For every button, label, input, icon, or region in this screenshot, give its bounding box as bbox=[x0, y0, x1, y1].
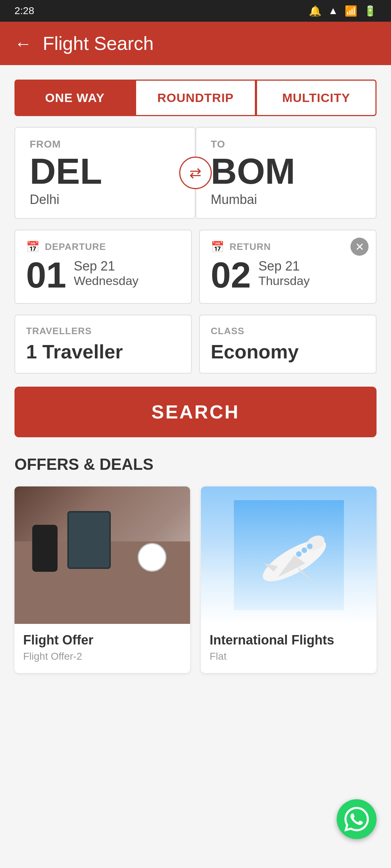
plane-svg-icon bbox=[219, 500, 359, 610]
return-label: 📅 RETURN bbox=[211, 241, 365, 253]
svg-point-6 bbox=[296, 551, 301, 557]
wifi-icon: ▲ bbox=[328, 5, 338, 17]
return-weekday: Thursday bbox=[258, 274, 310, 288]
status-icons: 🔔 ▲ 📶 🔋 bbox=[309, 5, 377, 17]
from-label: FROM bbox=[30, 139, 184, 150]
trip-type-selector: ONE WAY ROUNDTRIP MULTICITY bbox=[14, 80, 377, 116]
departure-month: Sep 21 bbox=[74, 259, 139, 274]
offer-name-1: Flight Offer bbox=[23, 633, 181, 648]
swap-icon: ⇄ bbox=[189, 165, 202, 181]
offer-image-2 bbox=[201, 486, 377, 624]
departure-weekday: Wednesday bbox=[74, 274, 139, 288]
offer-info-2: International Flights Flat bbox=[201, 624, 377, 673]
page-title: Flight Search bbox=[43, 33, 154, 54]
offer-info-1: Flight Offer Flight Offer-2 bbox=[14, 624, 190, 673]
offer-card-1[interactable]: Flight Offer Flight Offer-2 bbox=[14, 486, 190, 673]
departure-label: 📅 DEPARTURE bbox=[26, 241, 180, 253]
whatsapp-fab[interactable] bbox=[337, 799, 377, 839]
app-header: ← Flight Search bbox=[0, 22, 391, 65]
whatsapp-icon bbox=[344, 807, 369, 831]
route-section: FROM DEL Delhi ⇄ TO BOM Mumbai bbox=[14, 127, 377, 219]
from-city: Delhi bbox=[30, 192, 184, 207]
travellers-label: TRAVELLERS bbox=[26, 326, 180, 337]
class-value: Economy bbox=[211, 340, 365, 363]
tab-roundtrip[interactable]: ROUNDTRIP bbox=[135, 80, 256, 116]
to-selector[interactable]: TO BOM Mumbai bbox=[196, 127, 377, 219]
return-month: Sep 21 bbox=[258, 259, 310, 274]
swap-button[interactable]: ⇄ bbox=[179, 157, 212, 189]
clear-return-date-button[interactable]: ✕ bbox=[350, 238, 369, 256]
from-code: DEL bbox=[30, 153, 184, 189]
tab-one-way[interactable]: ONE WAY bbox=[14, 80, 135, 116]
signal-icon: 📶 bbox=[345, 5, 357, 17]
offer-name-2: International Flights bbox=[210, 633, 368, 648]
status-time: 2:28 bbox=[14, 5, 34, 17]
from-selector[interactable]: FROM DEL Delhi bbox=[14, 127, 196, 219]
class-label: CLASS bbox=[211, 326, 365, 337]
offer-sub-1: Flight Offer-2 bbox=[23, 651, 181, 662]
battery-icon: 🔋 bbox=[364, 5, 377, 17]
offers-title: OFFERS & DEALS bbox=[14, 455, 377, 473]
return-calendar-icon: 📅 bbox=[211, 241, 224, 253]
offer-image-1 bbox=[14, 486, 190, 624]
to-code: BOM bbox=[211, 153, 365, 189]
return-info: Sep 21 Thursday bbox=[258, 259, 310, 288]
offers-section: OFFERS & DEALS Flight Offer Flight Offer… bbox=[0, 455, 391, 673]
back-button[interactable]: ← bbox=[14, 34, 32, 54]
status-bar: 2:28 🔔 ▲ 📶 🔋 bbox=[0, 0, 391, 22]
calendar-icon: 📅 bbox=[26, 241, 40, 253]
tab-multicity[interactable]: MULTICITY bbox=[256, 80, 377, 116]
to-city: Mumbai bbox=[211, 192, 365, 207]
options-section: TRAVELLERS 1 Traveller CLASS Economy bbox=[14, 315, 377, 374]
notification-icon: 🔔 bbox=[309, 5, 321, 17]
travellers-value: 1 Traveller bbox=[26, 340, 180, 363]
departure-day: 01 bbox=[26, 257, 66, 293]
svg-point-7 bbox=[301, 548, 307, 553]
offer-card-2[interactable]: International Flights Flat bbox=[201, 486, 377, 673]
svg-point-8 bbox=[307, 544, 312, 549]
departure-info: Sep 21 Wednesday bbox=[74, 259, 139, 288]
offer-sub-2: Flat bbox=[210, 651, 368, 662]
offers-grid: Flight Offer Flight Offer-2 bbox=[14, 486, 377, 673]
class-selector[interactable]: CLASS Economy bbox=[199, 315, 377, 374]
departure-date-picker[interactable]: 📅 DEPARTURE 01 Sep 21 Wednesday bbox=[14, 230, 192, 304]
travellers-selector[interactable]: TRAVELLERS 1 Traveller bbox=[14, 315, 192, 374]
to-label: TO bbox=[211, 139, 365, 150]
return-date-picker[interactable]: 📅 RETURN 02 Sep 21 Thursday ✕ bbox=[199, 230, 377, 304]
return-day: 02 bbox=[211, 257, 251, 293]
search-button[interactable]: SEARCH bbox=[14, 387, 377, 437]
date-section: 📅 DEPARTURE 01 Sep 21 Wednesday 📅 RETURN… bbox=[14, 230, 377, 304]
